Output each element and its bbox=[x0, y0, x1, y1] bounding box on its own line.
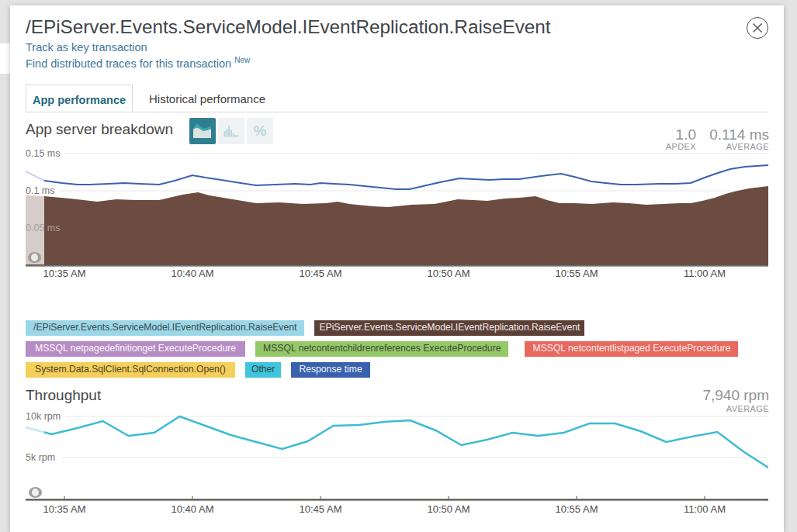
svg-text:10:45 AM: 10:45 AM bbox=[300, 268, 342, 279]
svg-text:10:40 AM: 10:40 AM bbox=[172, 503, 214, 515]
svg-text:10k rpm: 10k rpm bbox=[26, 411, 61, 422]
svg-text:10:50 AM: 10:50 AM bbox=[428, 503, 470, 515]
svg-text:10:45 AM: 10:45 AM bbox=[300, 503, 342, 515]
svg-text:5k rpm: 5k rpm bbox=[26, 452, 55, 463]
svg-text:10:35 AM: 10:35 AM bbox=[43, 268, 86, 279]
svg-text:10:35 AM: 10:35 AM bbox=[43, 503, 86, 515]
svg-text:0.15 ms: 0.15 ms bbox=[26, 150, 60, 159]
svg-text:10:55 AM: 10:55 AM bbox=[556, 268, 598, 279]
svg-text:11:00 AM: 11:00 AM bbox=[684, 268, 726, 279]
svg-text:10:55 AM: 10:55 AM bbox=[556, 503, 598, 515]
svg-text:0.05 ms: 0.05 ms bbox=[26, 223, 60, 233]
svg-text:0.1 ms: 0.1 ms bbox=[26, 185, 55, 196]
svg-text:10:40 AM: 10:40 AM bbox=[172, 268, 214, 279]
svg-text:10:50 AM: 10:50 AM bbox=[428, 268, 470, 279]
svg-text:11:00 AM: 11:00 AM bbox=[684, 503, 726, 515]
